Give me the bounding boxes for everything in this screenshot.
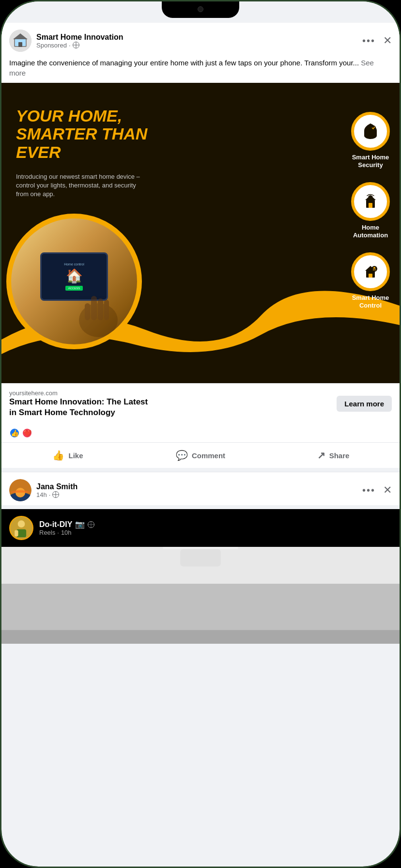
features-column: Smart HomeSecurity [351,112,390,310]
post-header-left: Smart Home Innovation Sponsored · [9,30,123,52]
reel-preview-image [1,547,400,644]
jana-more-options-button[interactable]: ••• [362,485,375,496]
svg-point-19 [370,197,371,199]
security-label: Smart HomeSecurity [352,154,389,169]
reel-preview[interactable] [1,547,400,644]
svg-rect-18 [369,203,372,208]
comment-label: Comment [192,451,225,460]
globe-icon [73,42,79,48]
reel-avatar-image [10,516,32,540]
svg-point-15 [371,125,376,130]
comment-button[interactable]: 💬 Comment [134,445,267,466]
learn-more-button[interactable]: Learn more [337,396,392,412]
svg-rect-6 [91,296,97,320]
ad-footer: yoursitehere.com Smart Home Innovation: … [1,383,400,424]
post-text: Imagine the convenience of managing your… [1,56,400,83]
ad-title-line2: in Smart Home Technology [9,408,115,417]
jana-time: 14h [36,491,47,498]
post-meta: Smart Home Innovation Sponsored · [36,33,123,49]
reel-globe-icon [88,521,94,528]
tablet-label: Home control [64,263,84,266]
like-reaction-icon: 👍 [9,428,20,438]
svg-rect-36 [1,584,400,630]
reel-post: Do-it-DIY 📷 Reels · 10h [1,509,400,547]
reactions-bar: 👍 ❤️ [1,424,400,442]
control-icon-circle [351,252,390,291]
svg-rect-9 [85,303,90,320]
svg-rect-37 [1,630,400,644]
post-header: Smart Home Innovation Sponsored · ••• ✕ [1,23,400,56]
love-reaction-icon: ❤️ [22,428,32,438]
control-icon [361,263,380,281]
jana-smith-post: Jana Smith 14h · ••• ✕ [1,472,400,505]
reel-time: 10h [61,529,72,536]
jana-avatar [9,479,31,501]
jana-post-meta: Jana Smith 14h · [36,482,77,498]
automation-icon-inner [354,185,387,218]
ad-subtext: Introducing our newest smart home device… [16,172,142,199]
automation-icon-circle [351,182,390,221]
reel-time-separator: · [57,529,59,536]
svg-rect-4 [18,42,22,47]
reel-label: Reels [39,529,55,536]
ad-post-card: Smart Home Innovation Sponsored · ••• ✕ [1,23,400,468]
svg-rect-7 [98,298,103,320]
jana-globe-icon [52,491,59,498]
reel-sub: Reels · 10h [39,529,94,536]
phone-screen: Smart Home Innovation Sponsored · ••• ✕ [1,1,400,867]
jana-post-sub: 14h · [36,491,77,498]
ad-headline-line1: YOUR HOME, [16,107,122,125]
dot-separator: · [69,42,71,49]
jana-dot-separator: · [49,491,51,498]
page-name: Smart Home Innovation [36,33,123,42]
close-post-button[interactable]: ✕ [383,34,392,47]
control-label: Smart HomeControl [352,294,389,309]
feature-automation: HomeAutomation [351,182,390,239]
share-label: Share [329,451,350,460]
hand-icon [69,281,127,340]
feed-container: Smart Home Innovation Sponsored · ••• ✕ [1,1,400,644]
notch-camera [198,6,203,12]
jana-post-header-actions: ••• ✕ [362,484,392,496]
ad-footer-left: yoursitehere.com Smart Home Innovation: … [9,389,331,418]
svg-rect-33 [15,530,18,537]
ad-headline: YOUR HOME, SMARTER THAN EVER [16,107,171,161]
reel-thumbnail [1,547,400,644]
reel-avatar [9,516,33,540]
post-sub: Sponsored · [36,42,123,49]
svg-rect-39 [180,549,220,567]
svg-rect-38 [163,547,238,549]
control-icon-inner [354,255,387,288]
jana-close-button[interactable]: ✕ [383,484,392,496]
automation-icon [361,192,380,211]
security-icon-inner [354,115,387,148]
feature-security: Smart HomeSecurity [351,112,390,169]
reel-page-name: Do-it-DIY [39,520,72,529]
jana-name: Jana Smith [36,482,77,491]
avatar-icon [9,30,31,52]
svg-point-26 [373,267,375,269]
svg-point-31 [18,521,25,528]
ad-site-url: yoursitehere.com [9,389,331,397]
security-icon-circle [351,112,390,151]
jana-avatar-image [9,479,31,501]
phone-frame: Smart Home Innovation Sponsored · ••• ✕ [0,0,401,868]
like-icon: 👍 [52,450,64,461]
avatar [9,30,31,52]
like-button[interactable]: 👍 Like [1,445,134,466]
notch [162,1,239,18]
post-header-actions: ••• ✕ [362,34,392,47]
automation-label: HomeAutomation [353,224,388,239]
feature-control: Smart HomeControl [351,252,390,309]
product-image: Home control 🏠 ACCESS [6,214,142,349]
ad-headline-line2: SMARTER THAN EVER [16,124,147,161]
share-button[interactable]: ↗ Share [267,445,400,466]
security-icon [361,122,380,140]
ad-creative: YOUR HOME, SMARTER THAN EVER Introducing… [1,83,400,383]
svg-rect-8 [104,300,109,320]
reel-meta: Do-it-DIY 📷 Reels · 10h [39,520,94,536]
more-options-button[interactable]: ••• [362,35,375,46]
jana-post-header: Jana Smith 14h · ••• ✕ [1,472,400,505]
ad-title: Smart Home Innovation: The Latest in Sma… [9,397,331,418]
reel-name: Do-it-DIY 📷 [39,520,94,529]
